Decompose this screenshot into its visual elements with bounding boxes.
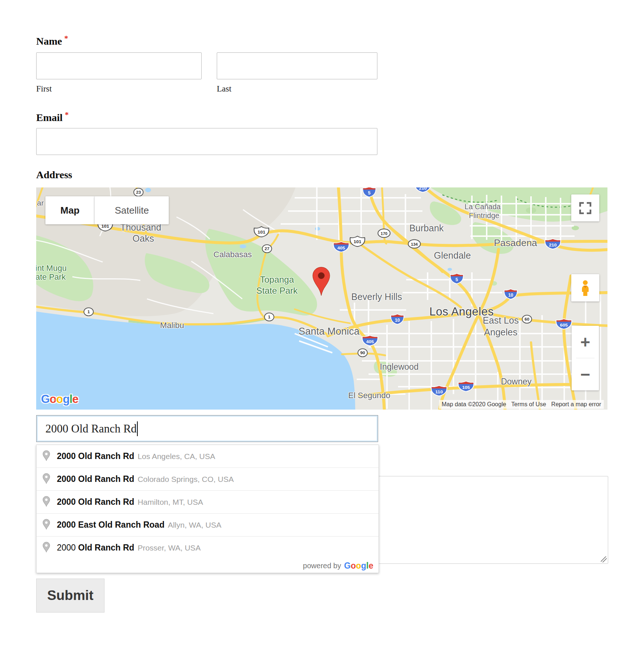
- location-pin-icon: [42, 473, 50, 484]
- autocomplete-suggestion[interactable]: 2000 Old Ranch RdHamilton, MT, USA: [37, 490, 378, 513]
- name-label: Name*: [36, 34, 68, 47]
- location-pin-icon: [42, 519, 50, 529]
- satellite-view-button[interactable]: Satellite: [95, 196, 169, 224]
- pegman-icon: [578, 280, 592, 296]
- fullscreen-button[interactable]: [571, 194, 599, 221]
- address-label: Address: [36, 169, 72, 181]
- google-letter: g: [63, 393, 69, 406]
- location-pin-icon: [42, 450, 50, 461]
- google-logo[interactable]: Google: [41, 393, 78, 406]
- required-asterisk: *: [64, 34, 68, 43]
- autocomplete-suggestion[interactable]: 2000 Old Ranch RdLos Angeles, CA, USA: [37, 445, 378, 468]
- last-name-input[interactable]: [217, 52, 377, 79]
- map-label: El Segundo: [348, 391, 390, 400]
- suggestion-text: 2000 Old Ranch RdLos Angeles, CA, USA: [57, 451, 215, 461]
- location-pin-icon: [42, 542, 50, 552]
- suggestion-text: 2000 East Old Ranch RoadAllyn, WA, USA: [57, 520, 222, 530]
- first-name-input[interactable]: [36, 52, 202, 79]
- map-label: Glendale: [434, 250, 471, 261]
- map-label: Burbank: [409, 223, 443, 234]
- map-label: ate Park: [36, 272, 66, 282]
- map-label: Oaks: [133, 233, 154, 244]
- map-label: Inglewood: [380, 362, 419, 372]
- map-label: Beverly Hills: [351, 291, 402, 302]
- email-input[interactable]: [36, 128, 377, 155]
- map-label: Flintridge: [469, 211, 499, 220]
- autocomplete-suggestion[interactable]: 2000 Old Ranch RdProsser, WA, USA: [37, 536, 378, 559]
- email-label: Email*: [36, 110, 69, 124]
- map-attribution: Map data ©2020 Google Terms of Use Repor…: [439, 400, 604, 409]
- submit-button[interactable]: Submit: [36, 579, 105, 613]
- map-label: Downey: [501, 377, 531, 387]
- location-pin-icon: [42, 496, 50, 507]
- google-letter: g: [361, 561, 366, 570]
- suggestion-text: 2000 Old Ranch RdProsser, WA, USA: [57, 543, 201, 553]
- pegman-button[interactable]: [571, 274, 599, 301]
- suggestion-text: 2000 Old Ranch RdColorado Springs, CO, U…: [57, 474, 234, 484]
- google-letter: o: [56, 393, 63, 406]
- google-letter: l: [69, 393, 72, 406]
- address-input-value: 2000 Old Ranch Rd: [45, 422, 137, 435]
- map-label: Topanga: [260, 275, 294, 285]
- map-label: ar: [37, 199, 44, 207]
- google-letter: e: [72, 393, 78, 406]
- google-letter: o: [356, 561, 361, 570]
- resize-handle[interactable]: [601, 556, 607, 562]
- zoom-in-button[interactable]: +: [572, 326, 599, 358]
- google-letter: o: [49, 393, 56, 406]
- map-label: La Cañada: [465, 203, 501, 211]
- terms-of-use-link[interactable]: Terms of Use: [509, 400, 549, 409]
- map-label: Angeles: [484, 327, 517, 338]
- map-label: Calabasas: [213, 250, 252, 259]
- zoom-controls: + −: [572, 326, 599, 390]
- last-sublabel: Last: [217, 84, 232, 94]
- autocomplete-suggestion[interactable]: 2000 East Old Ranch RoadAllyn, WA, USA: [37, 513, 378, 536]
- google-letter: G: [344, 561, 351, 570]
- map-label: State Park: [256, 286, 298, 296]
- fullscreen-icon: [579, 202, 592, 214]
- map-marker-icon: [312, 267, 330, 299]
- google-letter: e: [369, 561, 373, 570]
- google-map[interactable]: 5 210 405 405 10 10 5 110 105: [36, 187, 607, 410]
- map-label: int Mugu: [36, 263, 66, 273]
- address-autocomplete-dropdown: 2000 Old Ranch RdLos Angeles, CA, USA 20…: [36, 445, 379, 573]
- google-wordmark: Google: [344, 561, 373, 571]
- map-label: Malibu: [160, 321, 184, 330]
- report-map-error-link[interactable]: Report a map error: [549, 400, 604, 409]
- powered-by-google: powered by Google: [37, 559, 378, 573]
- text-caret: [137, 421, 138, 436]
- map-label: Pasadena: [494, 237, 537, 249]
- google-letter: G: [41, 393, 49, 406]
- address-input[interactable]: 2000 Old Ranch Rd: [36, 415, 378, 442]
- google-letter: o: [351, 561, 356, 570]
- map-label: Santa Monica: [298, 326, 359, 337]
- required-asterisk: *: [65, 110, 69, 119]
- map-view-button[interactable]: Map: [45, 196, 95, 224]
- autocomplete-suggestion[interactable]: 2000 Old Ranch RdColorado Springs, CO, U…: [37, 468, 378, 490]
- first-sublabel: First: [36, 84, 52, 94]
- zoom-out-button[interactable]: −: [572, 358, 599, 390]
- map-data-text: Map data ©2020 Google: [439, 400, 509, 409]
- map-label: East Los: [483, 315, 518, 326]
- suggestion-text: 2000 Old Ranch RdHamilton, MT, USA: [57, 497, 203, 507]
